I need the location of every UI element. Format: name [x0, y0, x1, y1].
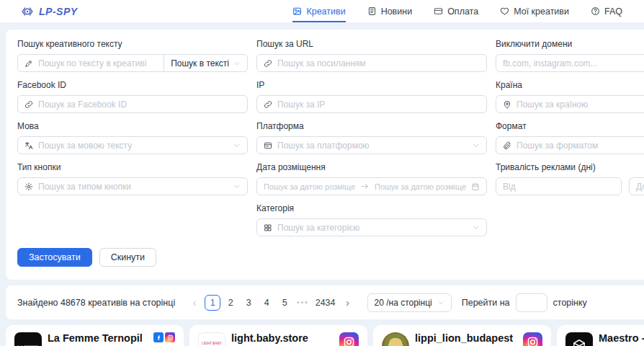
- field-label: Тип кнопки: [17, 162, 248, 172]
- pagination-prev-button[interactable]: ‹: [187, 295, 202, 311]
- pagination-page-2[interactable]: 2: [223, 295, 238, 311]
- creatives-icon: [292, 6, 302, 16]
- main-nav: Креативи Новини Оплата Мої креативи FAQ: [292, 0, 622, 22]
- arrow-right-icon: [360, 182, 370, 191]
- chevron-down-icon: [472, 141, 480, 149]
- pagination-next-button[interactable]: ›: [340, 295, 356, 311]
- ip-input[interactable]: [277, 99, 480, 110]
- nav-item-my-creatives[interactable]: Мої креативи: [500, 0, 569, 22]
- date-to-input[interactable]: [375, 182, 466, 191]
- platform-icon: [264, 141, 272, 150]
- category-select[interactable]: [256, 218, 487, 236]
- chevron-down-icon: [233, 60, 241, 67]
- brand-name: LP-SPY: [39, 6, 78, 17]
- chevron-down-icon: [472, 223, 480, 231]
- field-exclude-domains: Виключити домени: [496, 39, 644, 72]
- facebook-id-input[interactable]: [38, 99, 241, 110]
- creative-title: Maestro - кухні, меблі на замовлення в У…: [599, 332, 644, 346]
- goto-prefix-label: Перейти на: [462, 298, 510, 308]
- date-range-picker[interactable]: [256, 177, 487, 195]
- platform-select[interactable]: [256, 136, 487, 154]
- results-bar: Знайдено 48678 креативів на сторінці ‹ 1…: [6, 285, 644, 319]
- results-count: Знайдено 48678 креативів на сторінці: [17, 298, 175, 308]
- avatar: LA FEMME: [14, 332, 42, 346]
- top-header: LP-SPY Креативи Новини Оплата Мої креати…: [0, 0, 644, 22]
- my-creatives-icon: [500, 6, 509, 16]
- instagram-icon[interactable]: [165, 332, 175, 342]
- field-button-type: Тип кнопки: [17, 162, 248, 195]
- field-label: Facebook ID: [17, 80, 248, 90]
- nav-item-news[interactable]: Новини: [367, 0, 413, 22]
- language-select[interactable]: [17, 136, 248, 154]
- creative-title: lippi_lion_budapest: [415, 332, 517, 345]
- nav-item-faq[interactable]: FAQ: [591, 0, 622, 22]
- cube-logo-icon: [571, 338, 587, 346]
- goto-page: Перейти на сторінку: [462, 293, 587, 312]
- field-creative-text: Пошук креативного тексту Пошук в тексті: [17, 39, 248, 72]
- social-icons: [153, 332, 175, 346]
- goto-page-input[interactable]: [516, 293, 547, 312]
- field-label: IP: [256, 80, 487, 90]
- button-type-select[interactable]: [17, 177, 248, 195]
- nav-item-creatives[interactable]: Креативи: [292, 0, 345, 22]
- filters-panel: Пошук креативного тексту Пошук в тексті …: [6, 30, 644, 280]
- goto-suffix-label: сторінку: [553, 298, 587, 308]
- page-size-select[interactable]: 20 /на сторінці: [367, 293, 452, 312]
- text-search-mode-select[interactable]: Пошук в тексті: [164, 54, 248, 72]
- facebook-icon[interactable]: [153, 332, 164, 342]
- field-label: Категорія: [256, 203, 487, 213]
- nav-label: Оплата: [447, 6, 478, 17]
- creative-card[interactable]: Maestro - кухні, меблі на замовлення в У…: [557, 325, 644, 346]
- pagination-page-3[interactable]: 3: [241, 295, 256, 311]
- platform-input[interactable]: [277, 141, 467, 151]
- pagination-page-4[interactable]: 4: [259, 295, 274, 311]
- category-input[interactable]: [277, 223, 467, 233]
- translate-icon: [24, 141, 33, 150]
- duration-to-input[interactable]: [636, 182, 644, 192]
- instagram-icon[interactable]: [339, 332, 359, 346]
- reset-button[interactable]: Скинути: [99, 248, 156, 267]
- url-input[interactable]: [277, 58, 480, 68]
- link-icon: [264, 59, 272, 68]
- field-language: Мова: [17, 121, 248, 154]
- pencil-icon: [24, 59, 33, 68]
- date-from-input[interactable]: [264, 182, 355, 191]
- field-label: Пошук креативного тексту: [17, 39, 248, 49]
- pagination-ellipsis[interactable]: •••: [295, 295, 311, 311]
- creative-card[interactable]: LA FEMME La Femme Ternopil 2025-11-20 21…: [6, 325, 184, 346]
- nav-item-payment[interactable]: Оплата: [434, 0, 478, 22]
- apply-button[interactable]: Застосувати: [17, 248, 92, 267]
- creative-title: La Femme Ternopil: [48, 332, 148, 345]
- link-icon: [264, 100, 272, 109]
- pagination-page-5[interactable]: 5: [277, 295, 292, 311]
- language-input[interactable]: [38, 141, 228, 151]
- brand-logo[interactable]: LP-SPY: [20, 5, 78, 18]
- avatar: LIGHT BABY STORE: [198, 332, 225, 346]
- creative-card[interactable]: LIGHT BABY STORE light.baby.store 2025-1…: [189, 325, 367, 346]
- field-format: Формат: [496, 121, 644, 154]
- creative-card[interactable]: lippi_lion_budapest 2025-11-20 21:02:03 …: [373, 325, 551, 346]
- avatar: [565, 332, 593, 346]
- format-input[interactable]: [516, 141, 644, 151]
- duration-from-input[interactable]: [503, 182, 614, 192]
- pagination: ‹ 1 2 3 4 5 ••• 2434 ›: [187, 295, 355, 311]
- field-placement-date: Дата розміщення: [256, 162, 487, 195]
- calendar-icon: [471, 182, 480, 191]
- creative-text-input[interactable]: [38, 58, 157, 68]
- field-label: Мова: [17, 121, 248, 131]
- avatar: [382, 332, 409, 346]
- exclude-domains-input[interactable]: [503, 58, 644, 68]
- field-label: Тривалість реклами (дні): [496, 162, 644, 172]
- nav-label: Креативи: [306, 6, 345, 17]
- field-facebook-id: Facebook ID: [17, 80, 248, 113]
- gear-icon: [24, 182, 33, 191]
- button-type-input[interactable]: [38, 182, 228, 192]
- chevron-down-icon: [233, 141, 241, 149]
- creative-title: light.baby.store: [231, 332, 334, 345]
- pagination-page-1[interactable]: 1: [205, 295, 220, 311]
- instagram-icon[interactable]: [523, 332, 542, 346]
- country-input[interactable]: [516, 99, 644, 110]
- category-icon: [264, 223, 272, 232]
- pin-icon: [503, 100, 511, 109]
- pagination-last-page[interactable]: 2434: [313, 295, 338, 311]
